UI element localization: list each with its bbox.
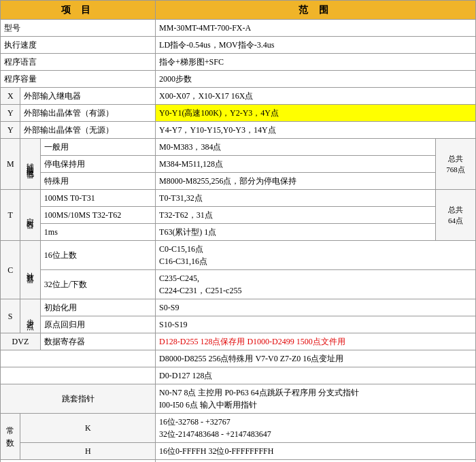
main-table: 项 目 范 围 型号 MM-30MT-4MT-700-FX-A 执行速度 LD指… <box>0 0 476 462</box>
y-output-nosrc-label: Y <box>1 122 20 139</box>
ptr-range: N0-N7 8点 主控用 P0-P63 64点跳跃子程序用 分支式指针 I00-… <box>156 384 476 414</box>
dvz-range3: D0-D127 128点 <box>156 367 476 384</box>
prog-capacity-value: 2000步数 <box>156 71 476 88</box>
y-output-src-range: Y0-Y1(高速100K)，Y2-Y3，4Y点 <box>156 105 476 122</box>
t-total: 总共64点 <box>436 190 476 241</box>
t-100ms-10ms-label: 100MS/10MS T32-T62 <box>40 207 155 224</box>
x-input-label: X <box>1 88 20 105</box>
const-k-label: K <box>20 414 156 443</box>
table-row: 原点回归用 S10-S19 <box>1 316 476 333</box>
t-sub-label: 定时器 <box>20 190 40 241</box>
table-row: S 步进点 初始化用 S0-S9 <box>1 299 476 316</box>
prog-lang-label: 程序语言 <box>1 54 156 71</box>
table-row: 1ms T63(累计型) 1点 <box>1 224 476 241</box>
table-row: 跳套指针 N0-N7 8点 主控用 P0-P63 64点跳跃子程序用 分支式指针… <box>1 384 476 414</box>
m-special-range: M8000-M8255,256点，部分为停电保持 <box>156 173 436 190</box>
c-16up-range: C0-C15,16点 C16-C31,16点 <box>156 241 476 270</box>
m-general-label: 一般用 <box>40 139 155 156</box>
s-init-label: 初始化用 <box>40 299 155 316</box>
table-row: 停电保持用 M384-M511,128点 <box>1 156 476 173</box>
table-row: Y 外部输出晶体管（无源） Y4-Y7，Y10-Y15,Y0-Y3，14Y点 <box>1 122 476 139</box>
comm-value: COM1：USB下载，常用的程序编辑通讯口 COM2：与触摸屏通讯 <box>156 460 476 463</box>
m-power-range: M384-M511,128点 <box>156 156 436 173</box>
c-32updown-label: 32位上/下数 <box>40 270 155 299</box>
table-row: 执行速度 LD指令-0.54us，MOV指令-3.4us <box>1 37 476 54</box>
table-row: 32位上/下数 C235-C245, C224-C231，C251-c255 <box>1 270 476 299</box>
c-16up-label: 16位上数 <box>40 241 155 270</box>
c-sub-label: 计数器 <box>20 241 40 299</box>
header-range: 范 围 <box>156 1 476 20</box>
table-row: 特殊用 M8000-M8255,256点，部分为停电保持 <box>1 173 476 190</box>
m-total: 总共768点 <box>436 139 476 190</box>
y-output-nosrc-range: Y4-Y7，Y10-Y15,Y0-Y3，14Y点 <box>156 122 476 139</box>
c-label: C <box>1 241 20 299</box>
ptr-label: 跳套指针 <box>1 384 156 414</box>
s-label: S <box>1 299 20 333</box>
x-input-range: X00-X07，X10-X17 16X点 <box>156 88 476 105</box>
table-row: M 辅助继电器 一般用 M0-M383，384点 总共768点 <box>1 139 476 156</box>
const-h-range: 16位0-FFFFH 32位0-FFFFFFFFH <box>156 443 476 460</box>
m-special-label: 特殊用 <box>40 173 155 190</box>
m-general-range: M0-M383，384点 <box>156 139 436 156</box>
m-label: M <box>1 139 20 190</box>
table-row: D8000-D8255 256点特殊用 V7-V0 Z7-Z0 16点变址用 <box>1 350 476 367</box>
table-row: T 定时器 100MS T0-T31 T0-T31,32点 总共64点 <box>1 190 476 207</box>
table-row: D0-D127 128点 <box>1 367 476 384</box>
table-row: Y 外部输出晶体管（有源） Y0-Y1(高速100K)，Y2-Y3，4Y点 <box>1 105 476 122</box>
t-1ms-range: T63(累计型) 1点 <box>156 224 436 241</box>
m-sub-label: 辅助继电器 <box>20 139 40 190</box>
table-row: DVZ 数据寄存器 D128-D255 128点保存用 D1000-D2499 … <box>1 333 476 350</box>
y-output-src-sub: 外部输出晶体管（有源） <box>20 105 156 122</box>
table-row: 100MS/10MS T32-T62 T32-T62，31点 <box>1 207 476 224</box>
table-row: 程序语言 指令+梯形图+SFC <box>1 54 476 71</box>
exec-speed-label: 执行速度 <box>1 37 156 54</box>
exec-speed-value: LD指令-0.54us，MOV指令-3.4us <box>156 37 476 54</box>
table-row: 程序容量 2000步数 <box>1 71 476 88</box>
table-row: 常数 K 16位-32768 - +32767 32位-2147483648 -… <box>1 414 476 443</box>
dvz-sub: 数据寄存器 <box>40 333 155 350</box>
c-32updown-range: C235-C245, C224-C231，C251-c255 <box>156 270 476 299</box>
dvz-range1: D128-D255 128点保存用 D1000-D2499 1500点文件用 <box>156 333 476 350</box>
s-home-range: S10-S19 <box>156 316 476 333</box>
s-init-range: S0-S9 <box>156 299 476 316</box>
dvz-range2: D8000-D8255 256点特殊用 V7-V0 Z7-Z0 16点变址用 <box>156 350 476 367</box>
model-label: 型号 <box>1 20 156 37</box>
const-k-range: 16位-32768 - +32767 32位-2147483648 - +214… <box>156 414 476 443</box>
table-row: 通讯端口 COM1：USB下载，常用的程序编辑通讯口 COM2：与触摸屏通讯 <box>1 460 476 463</box>
dvz-empty2 <box>1 367 156 384</box>
prog-capacity-label: 程序容量 <box>1 71 156 88</box>
t-100ms-range: T0-T31,32点 <box>156 190 436 207</box>
model-value: MM-30MT-4MT-700-FX-A <box>156 20 476 37</box>
t-100ms-label: 100MS T0-T31 <box>40 190 155 207</box>
s-home-label: 原点回归用 <box>40 316 155 333</box>
t-label: T <box>1 190 20 241</box>
dvz-label: DVZ <box>1 333 41 350</box>
table-row: C 计数器 16位上数 C0-C15,16点 C16-C31,16点 <box>1 241 476 270</box>
prog-lang-value: 指令+梯形图+SFC <box>156 54 476 71</box>
const-h-label: H <box>20 443 156 460</box>
table-row: 型号 MM-30MT-4MT-700-FX-A <box>1 20 476 37</box>
t-1ms-label: 1ms <box>40 224 155 241</box>
t-100ms-10ms-range: T32-T62，31点 <box>156 207 436 224</box>
table-row: X 外部输入继电器 X00-X07，X10-X17 16X点 <box>1 88 476 105</box>
table-row: H 16位0-FFFFH 32位0-FFFFFFFFH <box>1 443 476 460</box>
dvz-empty <box>1 350 156 367</box>
const-label: 常数 <box>1 414 20 460</box>
y-output-src-label: Y <box>1 105 20 122</box>
m-power-label: 停电保持用 <box>40 156 155 173</box>
y-output-nosrc-sub: 外部输出晶体管（无源） <box>20 122 156 139</box>
s-sub-label: 步进点 <box>20 299 40 333</box>
comm-label: 通讯端口 <box>1 460 156 463</box>
header-item: 项 目 <box>1 1 156 20</box>
x-input-sub: 外部输入继电器 <box>20 88 156 105</box>
